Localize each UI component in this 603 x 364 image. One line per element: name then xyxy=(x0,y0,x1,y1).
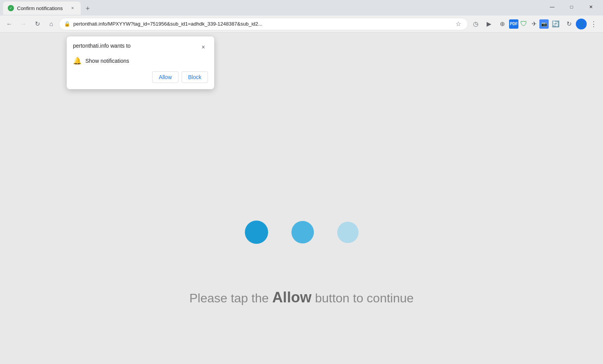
maximize-button[interactable]: □ xyxy=(563,1,580,13)
tab-search-button[interactable]: ⊕ xyxy=(496,18,508,30)
allow-button[interactable]: Allow xyxy=(152,71,178,83)
sync-button[interactable]: 🔄 xyxy=(549,18,562,30)
notification-popup: pertonthati.info wants to × 🔔 Show notif… xyxy=(67,36,214,89)
update-button[interactable]: ↻ xyxy=(563,18,575,30)
loading-dots xyxy=(245,221,359,244)
url-text: pertonthati.info/MPXYYW?tag_id=751956&su… xyxy=(73,21,451,27)
minimize-button[interactable]: — xyxy=(543,1,561,13)
reload-button[interactable]: ↻ xyxy=(31,18,43,30)
dot-1 xyxy=(245,221,268,244)
tab-bar: ✓ Confirm notifications × + xyxy=(3,1,543,15)
popup-buttons: Allow Block xyxy=(73,71,208,83)
home-button[interactable]: ⌂ xyxy=(45,18,57,30)
title-bar: ✓ Confirm notifications × + — □ ✕ xyxy=(0,0,603,16)
dot-2 xyxy=(291,221,314,243)
popup-title: pertonthati.info wants to xyxy=(73,43,131,49)
forward-button[interactable]: → xyxy=(17,18,29,30)
tab-close-button[interactable]: × xyxy=(69,5,76,12)
menu-button[interactable]: ⋮ xyxy=(587,18,600,30)
history-button[interactable]: ◷ xyxy=(470,18,482,30)
permission-text: Show notifications xyxy=(85,58,129,64)
instruction-prefix: Please tap the xyxy=(189,291,269,305)
instruction-suffix: button to continue xyxy=(315,291,414,305)
profile-button[interactable]: 👤 xyxy=(576,19,587,29)
page-content: pertonthati.info wants to × 🔔 Show notif… xyxy=(0,33,603,364)
instruction-allow-word: Allow xyxy=(272,289,311,305)
block-button[interactable]: Block xyxy=(182,71,208,83)
extension-send-icon[interactable]: ✈ xyxy=(529,19,539,29)
bookmark-button[interactable]: ☆ xyxy=(454,19,463,29)
nav-bar: ← → ↻ ⌂ 🔒 pertonthati.info/MPXYYW?tag_id… xyxy=(0,16,603,33)
close-button[interactable]: ✕ xyxy=(582,1,600,13)
popup-header: pertonthati.info wants to × xyxy=(73,43,208,52)
popup-close-button[interactable]: × xyxy=(199,43,208,52)
tab-favicon: ✓ xyxy=(8,5,14,11)
page-instruction: Please tap the Allow button to continue xyxy=(189,289,414,306)
new-tab-button[interactable]: + xyxy=(82,3,93,14)
dot-3 xyxy=(337,222,359,243)
address-bar[interactable]: 🔒 pertonthati.info/MPXYYW?tag_id=751956&… xyxy=(59,18,468,30)
popup-permission: 🔔 Show notifications xyxy=(73,57,208,65)
toolbar-icons: ◷ ▶ ⊕ PDF 🛡 ✈ 📷 🔄 ↻ 👤 ⋮ xyxy=(470,18,600,30)
bell-icon: 🔔 xyxy=(73,57,81,65)
back-button[interactable]: ← xyxy=(3,18,16,30)
extension-shield-icon[interactable]: 🛡 xyxy=(519,19,528,29)
active-tab[interactable]: ✓ Confirm notifications × xyxy=(3,2,81,15)
extension-pdf-icon[interactable]: PDF xyxy=(509,19,518,29)
extension-camera-icon[interactable]: 📷 xyxy=(539,19,549,29)
window-controls: — □ ✕ xyxy=(543,1,600,13)
security-icon: 🔒 xyxy=(64,21,70,27)
tab-title: Confirm notifications xyxy=(17,5,66,11)
media-button[interactable]: ▶ xyxy=(483,18,495,30)
